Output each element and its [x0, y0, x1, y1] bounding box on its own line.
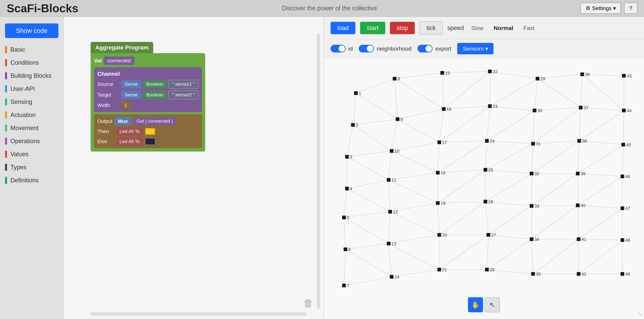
- sidebar-item-building-blocks[interactable]: Building Blocks: [0, 69, 64, 82]
- hand-tool-button[interactable]: ✋: [468, 297, 483, 312]
- network-node[interactable]: 30: [533, 108, 542, 113]
- network-edge: [347, 180, 388, 189]
- network-node[interactable]: 6: [344, 247, 351, 252]
- sidebar-item-operations[interactable]: Operations: [0, 135, 64, 148]
- sidebar-item-actuation[interactable]: Actuation: [0, 108, 64, 122]
- neighborhood-toggle[interactable]: [359, 45, 374, 52]
- network-node[interactable]: 39: [576, 171, 586, 176]
- sidebar-item-conditions[interactable]: Conditions: [0, 56, 64, 69]
- network-edge: [353, 119, 398, 125]
- tick-button[interactable]: tick: [420, 21, 443, 34]
- network-node[interactable]: 32: [530, 171, 539, 176]
- network-node[interactable]: 48: [620, 238, 630, 243]
- svg-rect-10: [344, 247, 347, 251]
- sidebar-item-sensing[interactable]: Sensing: [0, 95, 64, 108]
- network-node[interactable]: 21: [438, 267, 447, 272]
- network-edge: [344, 217, 388, 243]
- sidebar-item-user-api[interactable]: User-API: [0, 82, 64, 95]
- network-node[interactable]: 33: [530, 204, 539, 209]
- network-node[interactable]: 43: [622, 73, 632, 78]
- svg-rect-28: [440, 71, 444, 75]
- network-node[interactable]: 42: [577, 272, 586, 277]
- speed-fast[interactable]: Fast: [521, 23, 537, 33]
- load-button[interactable]: load: [330, 22, 356, 34]
- resize-handle[interactable]: ⤡: [638, 311, 642, 317]
- network-node[interactable]: 47: [620, 206, 630, 211]
- network-node[interactable]: 20: [438, 233, 447, 238]
- sidebar-item-types[interactable]: Types: [0, 161, 64, 174]
- sidebar-item-movement[interactable]: Movement: [0, 122, 64, 135]
- network-node[interactable]: 2: [351, 123, 358, 128]
- sidebar: Show code BasicConditionsBuilding Blocks…: [0, 17, 64, 319]
- svg-text:26: 26: [488, 199, 493, 204]
- start-button[interactable]: start: [360, 22, 385, 34]
- network-node[interactable]: 35: [531, 272, 541, 277]
- network-node[interactable]: 7: [342, 283, 349, 288]
- network-node[interactable]: 34: [530, 237, 539, 242]
- svg-rect-90: [620, 175, 624, 178]
- network-node[interactable]: 36: [580, 72, 590, 77]
- sensors-button[interactable]: Sensors ▾: [457, 43, 494, 54]
- network-node[interactable]: 10: [390, 149, 399, 154]
- network-node[interactable]: 38: [578, 138, 587, 143]
- id-toggle[interactable]: [330, 45, 346, 52]
- network-node[interactable]: 29: [536, 76, 545, 81]
- network-node[interactable]: 28: [485, 267, 495, 272]
- svg-text:18: 18: [441, 170, 446, 175]
- sidebar-color-bar: [5, 138, 7, 145]
- network-node[interactable]: 37: [579, 105, 588, 110]
- network-node[interactable]: 4: [345, 186, 352, 191]
- network-node[interactable]: 11: [387, 178, 396, 183]
- sidebar-color-bar: [5, 46, 7, 53]
- network-node[interactable]: 12: [388, 209, 398, 214]
- network-edge: [578, 141, 579, 174]
- help-button[interactable]: ?: [624, 3, 637, 14]
- settings-button[interactable]: ⚙ Settings ▾: [580, 3, 621, 14]
- network-node[interactable]: 44: [622, 108, 632, 113]
- network-node[interactable]: 18: [436, 170, 446, 175]
- network-node[interactable]: 26: [484, 199, 493, 204]
- speed-slow[interactable]: Slow: [468, 23, 486, 33]
- export-toggle[interactable]: [418, 45, 432, 52]
- network-node[interactable]: 14: [390, 275, 399, 280]
- network-node[interactable]: 22: [488, 69, 498, 74]
- network-node[interactable]: 17: [438, 140, 447, 145]
- network-node[interactable]: 45: [621, 142, 631, 147]
- network-node[interactable]: 41: [577, 237, 586, 242]
- show-code-button[interactable]: Show code: [5, 23, 58, 38]
- network-node[interactable]: 25: [484, 167, 493, 173]
- network-node[interactable]: 15: [440, 71, 450, 76]
- network-node[interactable]: 8: [393, 76, 400, 81]
- svg-text:1: 1: [359, 91, 361, 96]
- network-node[interactable]: 19: [436, 201, 446, 206]
- trash-icon[interactable]: 🗑: [303, 297, 314, 309]
- network-node[interactable]: 13: [387, 241, 396, 246]
- network-node[interactable]: 49: [620, 272, 630, 277]
- speed-label: speed: [447, 24, 464, 31]
- sidebar-item-values[interactable]: Values: [0, 148, 64, 161]
- network-node[interactable]: 46: [620, 174, 630, 179]
- network-node[interactable]: 40: [576, 203, 586, 208]
- stop-button[interactable]: stop: [390, 22, 415, 34]
- network-node[interactable]: 24: [485, 138, 495, 143]
- network-node[interactable]: 1: [354, 91, 361, 96]
- network-node[interactable]: 23: [488, 104, 498, 109]
- speed-normal[interactable]: Normal: [491, 23, 516, 33]
- network-node[interactable]: 31: [531, 141, 541, 146]
- cursor-tool-button[interactable]: ↖: [485, 297, 500, 312]
- network-node[interactable]: 3: [345, 154, 352, 159]
- network-node[interactable]: 27: [486, 233, 496, 238]
- vertical-scrollbar[interactable]: [317, 33, 320, 309]
- channel-block: Channel Source Sense Boolean " sensor1 "…: [94, 67, 202, 112]
- network-node[interactable]: 9: [396, 117, 403, 122]
- svg-text:39: 39: [580, 171, 586, 176]
- sidebar-item-basic[interactable]: Basic: [0, 43, 64, 56]
- network-edge: [438, 142, 439, 173]
- horizontal-scrollbar[interactable]: [90, 312, 307, 316]
- network-node[interactable]: 5: [342, 215, 349, 220]
- block-canvas[interactable]: Aggregate Program Val connected Channel …: [64, 17, 324, 319]
- sidebar-item-definitions[interactable]: Definitions: [0, 174, 64, 187]
- network-visualization[interactable]: 1234567891011121314151617181920212223242…: [324, 58, 644, 319]
- svg-text:8: 8: [398, 76, 400, 81]
- svg-rect-4: [345, 155, 349, 159]
